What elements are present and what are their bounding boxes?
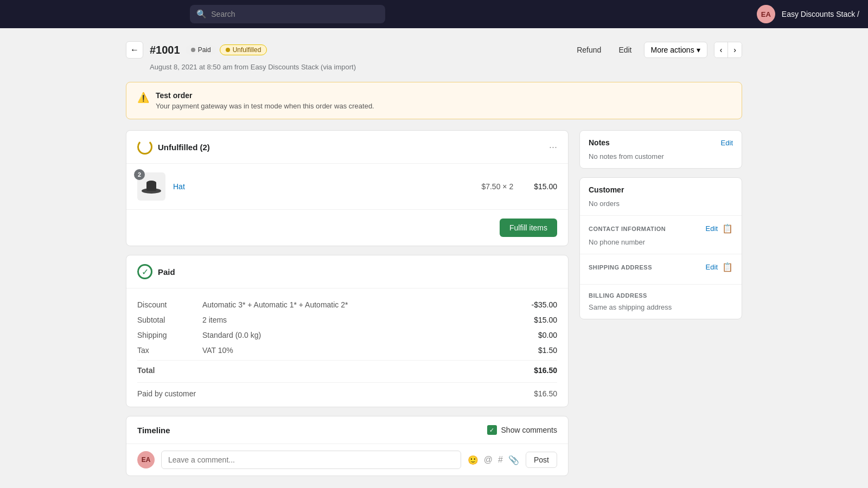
billing-same: Same as shipping address xyxy=(589,303,733,311)
product-total: $15.00 xyxy=(534,182,557,191)
test-banner-title: Test order xyxy=(156,91,374,100)
shipping-copy-icon[interactable]: 📋 xyxy=(722,262,733,272)
billing-title: BILLING ADDRESS xyxy=(589,292,647,299)
notes-edit-button[interactable]: Edit xyxy=(721,139,733,147)
attachment-icon[interactable]: 📎 xyxy=(508,455,519,465)
paid-card: ✓ Paid Discount Automatic 3* + Automatic… xyxy=(126,255,569,407)
warning-icon: ⚠️ xyxy=(137,92,149,104)
hashtag-icon[interactable]: # xyxy=(498,455,503,465)
total-label: Total xyxy=(137,366,202,375)
test-banner-content: Test order Your payment gateway was in t… xyxy=(156,91,374,110)
fulfill-items-button[interactable]: Fulfill items xyxy=(500,219,557,237)
nav-arrows: ‹ › xyxy=(714,42,742,58)
discount-amount: -$35.00 xyxy=(514,300,557,309)
paid-by-amount: $16.50 xyxy=(534,389,557,398)
more-actions-button[interactable]: More actions ▾ xyxy=(644,42,707,58)
two-column-layout: Unfulfilled (2) ··· 2 Hat $7.50 × xyxy=(126,130,742,485)
product-row: 2 Hat $7.50 × 2 $15.00 xyxy=(126,164,568,209)
more-icon[interactable]: ··· xyxy=(549,142,557,153)
payment-rows: Discount Automatic 3* + Automatic 1* + A… xyxy=(126,288,568,407)
emoji-icon[interactable]: 🙂 xyxy=(468,455,478,465)
discount-row: Discount Automatic 3* + Automatic 1* + A… xyxy=(137,297,557,312)
search-bar[interactable]: 🔍 xyxy=(190,5,385,23)
notes-title: Notes xyxy=(589,138,610,147)
search-icon: 🔍 xyxy=(196,9,207,19)
customer-card: Customer No orders CONTACT INFORMATION E… xyxy=(579,177,742,319)
top-nav: 🔍 EA Easy Discounts Stack / xyxy=(0,0,868,28)
test-banner: ⚠️ Test order Your payment gateway was i… xyxy=(126,82,742,119)
subtotal-amount: $15.00 xyxy=(514,316,557,324)
contact-title: CONTACT INFORMATION xyxy=(589,226,666,232)
main-content: ← #1001 Paid Unfulfilled Refund Edit Mor… xyxy=(108,28,760,488)
tax-row: Tax VAT 10% $1.50 xyxy=(137,343,557,358)
comment-box: EA 🙂 @ # 📎 Post xyxy=(126,444,568,476)
shipping-label: Shipping xyxy=(137,331,202,339)
notes-card: Notes Edit No notes from customer xyxy=(579,130,742,169)
subtotal-label: Subtotal xyxy=(137,316,202,324)
product-price: $7.50 × 2 xyxy=(481,182,513,191)
shipping-section-header: SHIPPING ADDRESS Edit 📋 xyxy=(589,262,733,272)
tax-label: Tax xyxy=(137,346,202,355)
fulfill-row: Fulfill items xyxy=(126,209,568,246)
paid-card-header: ✓ Paid xyxy=(126,255,568,288)
comment-input[interactable] xyxy=(161,451,461,469)
order-meta: August 8, 2021 at 8:50 am from Easy Disc… xyxy=(150,63,742,71)
tax-detail: VAT 10% xyxy=(202,346,514,355)
contact-section-header: CONTACT INFORMATION Edit 📋 xyxy=(589,223,733,234)
hat-image xyxy=(141,179,162,194)
unfulfilled-icon xyxy=(137,139,152,155)
unfulfilled-card-header: Unfulfilled (2) ··· xyxy=(126,131,568,164)
timeline-title: Timeline xyxy=(137,426,170,435)
copy-icon[interactable]: 📋 xyxy=(722,223,733,234)
header-actions: Refund Edit More actions ▾ ‹ › xyxy=(571,42,742,58)
avatar: EA xyxy=(757,5,775,23)
show-comments-label: Show comments xyxy=(501,426,557,434)
shipping-title: SHIPPING ADDRESS xyxy=(589,264,652,271)
shipping-section: SHIPPING ADDRESS Edit 📋 xyxy=(580,254,742,284)
nav-right: EA Easy Discounts Stack / xyxy=(757,5,859,23)
total-amount: $16.50 xyxy=(514,366,557,375)
main-column: Unfulfilled (2) ··· 2 Hat $7.50 × xyxy=(126,130,569,485)
timeline-card: Timeline ✓ Show comments EA 🙂 @ # xyxy=(126,416,569,476)
unfulfilled-title: Unfulfilled (2) xyxy=(158,143,210,152)
svg-point-2 xyxy=(146,181,156,185)
shipping-edit-button[interactable]: Edit xyxy=(706,263,718,271)
comment-icons: 🙂 @ # 📎 xyxy=(468,455,519,465)
paid-by-label: Paid by customer xyxy=(137,389,196,398)
shipping-detail: Standard (0.0 kg) xyxy=(202,331,514,339)
total-row: Total $16.50 xyxy=(137,360,557,378)
search-input[interactable] xyxy=(211,10,379,18)
paid-badge: Paid xyxy=(186,45,216,55)
unfulfilled-badge: Unfulfilled xyxy=(220,44,267,55)
order-header: ← #1001 Paid Unfulfilled Refund Edit Mor… xyxy=(126,41,742,59)
notes-card-header: Notes Edit xyxy=(580,131,742,152)
show-comments-container: ✓ Show comments xyxy=(487,425,557,435)
chevron-down-icon: ▾ xyxy=(697,46,700,54)
edit-button[interactable]: Edit xyxy=(613,42,637,57)
post-button[interactable]: Post xyxy=(526,452,557,468)
back-button[interactable]: ← xyxy=(126,41,143,59)
next-order-button[interactable]: › xyxy=(728,42,742,57)
product-thumbnail: 2 xyxy=(137,172,165,201)
contact-edit-button[interactable]: Edit xyxy=(706,224,718,233)
subtotal-detail: 2 items xyxy=(202,316,514,324)
paid-icon: ✓ xyxy=(137,264,152,279)
refund-button[interactable]: Refund xyxy=(571,42,607,57)
shipping-amount: $0.00 xyxy=(514,331,557,339)
customer-orders: No orders xyxy=(580,200,742,215)
contact-section: CONTACT INFORMATION Edit 📋 No phone numb… xyxy=(580,215,742,254)
customer-title: Customer xyxy=(589,185,624,194)
prev-order-button[interactable]: ‹ xyxy=(714,42,729,57)
product-link[interactable]: Hat xyxy=(173,182,474,191)
tax-amount: $1.50 xyxy=(514,346,557,355)
unfulfilled-card: Unfulfilled (2) ··· 2 Hat $7.50 × xyxy=(126,130,569,246)
notes-body: No notes from customer xyxy=(580,152,742,168)
shipping-row: Shipping Standard (0.0 kg) $0.00 xyxy=(137,328,557,343)
paid-by-row: Paid by customer $16.50 xyxy=(137,382,557,398)
comment-avatar: EA xyxy=(137,451,155,468)
show-comments-checkbox[interactable]: ✓ xyxy=(487,425,497,435)
product-qty-badge: 2 xyxy=(134,169,145,180)
mention-icon[interactable]: @ xyxy=(484,455,493,465)
discount-detail: Automatic 3* + Automatic 1* + Automatic … xyxy=(202,300,514,309)
discount-label: Discount xyxy=(137,300,202,309)
